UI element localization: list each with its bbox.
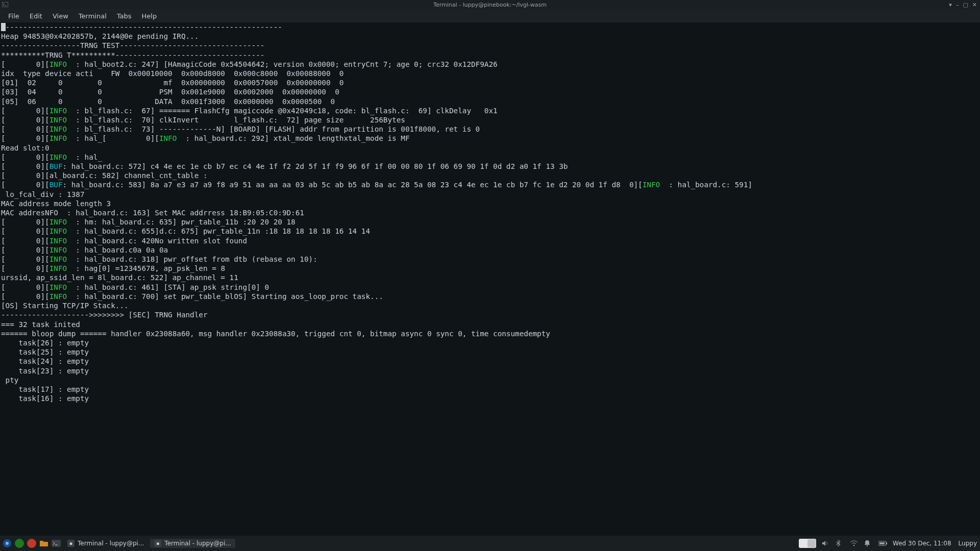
launcher-terminal-icon[interactable] bbox=[51, 538, 61, 548]
svg-point-7 bbox=[867, 545, 868, 547]
terminal-text: [ 0][ bbox=[1, 162, 50, 170]
terminal-text: : hal_board.c: 572] c4 4e ec 1e cb b7 ec… bbox=[63, 162, 568, 170]
terminal-viewport[interactable]: ----------------------------------------… bbox=[0, 22, 980, 536]
menu-terminal[interactable]: Terminal bbox=[74, 11, 112, 21]
clock[interactable]: Wed 30 Dec, 11:08 bbox=[893, 540, 951, 547]
wifi-icon[interactable] bbox=[850, 540, 859, 546]
menubar: File Edit View Terminal Tabs Help bbox=[0, 9, 980, 22]
terminal-text: : bl_flash.c: 70] clkInvert l_flash.c: 7… bbox=[67, 116, 405, 124]
terminal-text: **********TRNG T**********--------------… bbox=[1, 51, 264, 59]
terminal-text: INFO bbox=[50, 218, 67, 226]
terminal-text bbox=[1, 23, 6, 31]
terminal-text: : hal_board.c: 700] set pwr_table_blOS] … bbox=[67, 292, 383, 300]
launcher-icon-2[interactable] bbox=[27, 538, 37, 548]
terminal-text: [05] 06 0 0 DATA 0x001f3000 0x0000000 0x… bbox=[1, 97, 335, 106]
window-titlebar: Terminal - luppy@pinebook:~/lvgl-wasm ▾ … bbox=[0, 0, 980, 9]
terminal-text: INFO bbox=[50, 60, 67, 68]
window-menu-icon[interactable]: ▾ bbox=[949, 2, 952, 8]
terminal-text: : bl_flash.c: 73] -------------N] [BOARD… bbox=[67, 125, 480, 133]
taskbar-task-1[interactable]: ▪ Terminal - luppy@pi... bbox=[150, 539, 235, 548]
battery-icon[interactable] bbox=[878, 541, 888, 546]
task-label: Terminal - luppy@pi... bbox=[78, 540, 144, 547]
terminal-text: [03] 04 0 0 PSM 0x001e9000 0x0002000 0x0… bbox=[1, 88, 339, 96]
terminal-text: INFO bbox=[50, 237, 67, 245]
terminal-text: lo_fcal_div : 1387 bbox=[1, 190, 85, 198]
bluetooth-icon[interactable] bbox=[836, 540, 845, 547]
terminal-text: [ 0][ bbox=[1, 246, 50, 254]
terminal-text: [ 0][ bbox=[1, 125, 50, 133]
menu-edit[interactable]: Edit bbox=[24, 11, 47, 21]
terminal-text: [ 0][ bbox=[1, 264, 50, 272]
terminal-text: INFO bbox=[50, 227, 67, 235]
svg-rect-10 bbox=[879, 542, 885, 544]
task-app-icon: ▪ bbox=[67, 540, 75, 547]
terminal-text: INFO bbox=[50, 255, 67, 263]
terminal-text: : hal_boot2.c: 247] [HAmagicCode 0x54504… bbox=[67, 60, 498, 68]
terminal-text: [ 0][ bbox=[1, 283, 50, 291]
menu-tabs[interactable]: Tabs bbox=[112, 11, 137, 21]
terminal-text: ----------------------------------------… bbox=[6, 23, 282, 31]
terminal-text: [ 0][ bbox=[1, 107, 50, 115]
window-close-icon[interactable]: ✕ bbox=[972, 2, 977, 8]
terminal-text: : bl_flash.c: 67] ======= FlashCfg magic… bbox=[67, 107, 498, 115]
terminal-text: idx type device acti FW 0x00010000 0x000… bbox=[1, 69, 344, 78]
terminal-text: task[26] : empty bbox=[1, 339, 89, 347]
terminal-text: : hag[0] =12345678, ap_psk_len = 8 bbox=[67, 264, 225, 272]
user-name[interactable]: Luppy bbox=[957, 540, 977, 547]
terminal-text: [ 0][ bbox=[1, 153, 50, 161]
terminal-text: : hal_board.c: 318] pwr_offset from dtb … bbox=[67, 255, 317, 263]
terminal-text: : hal_board.c: 655]d.c: 675] pwr_table_1… bbox=[67, 227, 370, 235]
menu-help[interactable]: Help bbox=[137, 11, 162, 21]
terminal-text: task[23] : empty bbox=[1, 367, 89, 375]
terminal-text: : hal_board.c: 292] xtal_mode lengthxtal… bbox=[177, 134, 409, 142]
terminal-output[interactable]: ----------------------------------------… bbox=[0, 22, 980, 403]
terminal-text: INFO bbox=[50, 283, 67, 291]
terminal-text: === 32 task inited bbox=[1, 320, 80, 329]
taskbar: ▪ Terminal - luppy@pi... ▪ Terminal - lu… bbox=[0, 536, 980, 551]
terminal-text: task[16] : empty bbox=[1, 394, 89, 403]
terminal-text: task[25] : empty bbox=[1, 348, 89, 356]
keyboard-layout-toggle[interactable] bbox=[799, 539, 816, 548]
terminal-text: : hal_board.c0a 0a 0a bbox=[67, 246, 168, 254]
terminal-text: INFO bbox=[50, 292, 67, 300]
terminal-text: BUF bbox=[50, 181, 63, 189]
terminal-text: : hal_board.c: 591] bbox=[660, 181, 752, 189]
menu-view[interactable]: View bbox=[47, 11, 74, 21]
terminal-text: : hal_ bbox=[67, 153, 102, 161]
volume-icon[interactable] bbox=[821, 540, 830, 547]
launcher-files-icon[interactable] bbox=[39, 538, 49, 548]
terminal-text: MAC address mode length 3 bbox=[1, 199, 111, 208]
launcher-icon-1[interactable] bbox=[14, 538, 24, 548]
terminal-text: INFO bbox=[50, 246, 67, 254]
task-label: Terminal - luppy@pi... bbox=[164, 540, 231, 547]
terminal-text: [ 0][ bbox=[1, 255, 50, 263]
taskbar-task-0[interactable]: ▪ Terminal - luppy@pi... bbox=[63, 539, 148, 548]
terminal-text: [ 0][ bbox=[1, 181, 50, 189]
terminal-text: BUF bbox=[50, 162, 63, 170]
terminal-text: : hm: hal_board.c: 635] pwr_table_11b :2… bbox=[67, 218, 296, 226]
notifications-icon[interactable] bbox=[864, 540, 873, 547]
task-app-icon: ▪ bbox=[154, 540, 161, 547]
app-menu-icon[interactable] bbox=[2, 538, 12, 548]
terminal-text: [ 0][ bbox=[1, 292, 50, 300]
svg-rect-0 bbox=[2, 2, 8, 7]
terminal-text: INFO bbox=[50, 107, 67, 115]
window-minimize-icon[interactable]: – bbox=[956, 2, 959, 8]
svg-point-3 bbox=[6, 542, 9, 545]
terminal-text: [OS] Starting TCP/IP Stack... bbox=[1, 302, 129, 310]
window-maximize-icon[interactable]: ▢ bbox=[963, 2, 968, 8]
svg-rect-4 bbox=[52, 540, 61, 547]
terminal-text: ------------------TRNG TEST-------------… bbox=[1, 41, 264, 49]
terminal-text: task[24] : empty bbox=[1, 357, 89, 365]
svg-point-6 bbox=[853, 545, 855, 546]
terminal-text: INFO bbox=[50, 125, 67, 133]
terminal-text: INFO bbox=[50, 153, 67, 161]
terminal-text: : hal_board.c: 583] 8a a7 e3 a7 a9 f8 a9… bbox=[63, 181, 643, 189]
terminal-text: INFO bbox=[159, 134, 177, 142]
terminal-text: INFO bbox=[50, 264, 67, 272]
window-title: Terminal - luppy@pinebook:~/lvgl-wasm bbox=[433, 2, 547, 8]
terminal-text: [ 0][al_board.c: 582] channel_cnt_table … bbox=[1, 171, 208, 180]
terminal-text: INFO bbox=[50, 116, 67, 124]
terminal-text: [ 0][ bbox=[1, 227, 50, 235]
menu-file[interactable]: File bbox=[3, 11, 24, 21]
